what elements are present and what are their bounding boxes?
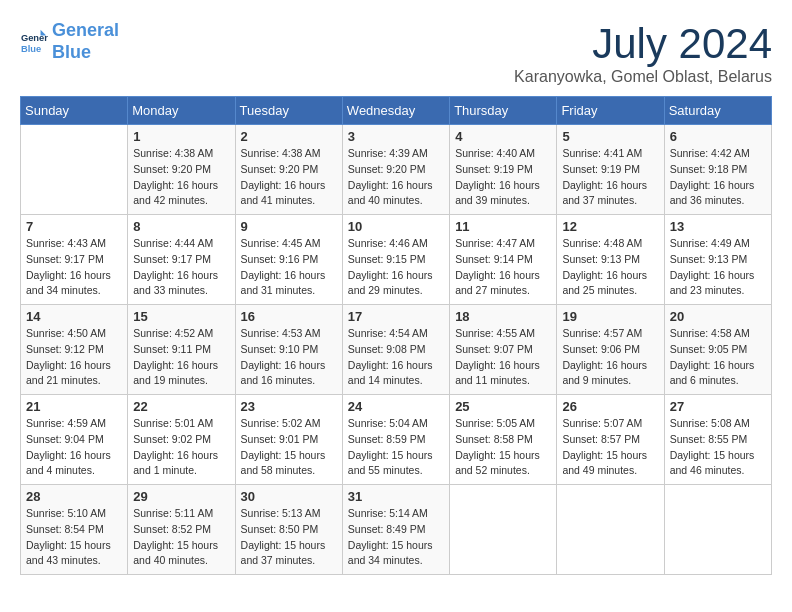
day-info: Sunrise: 4:52 AM Sunset: 9:11 PM Dayligh…	[133, 326, 229, 389]
sunrise-text: Sunrise: 4:58 AM	[670, 327, 750, 339]
sunset-text: Sunset: 9:16 PM	[241, 253, 319, 265]
daylight-text: Daylight: 16 hours and 14 minutes.	[348, 359, 433, 387]
sunset-text: Sunset: 9:05 PM	[670, 343, 748, 355]
day-number: 17	[348, 309, 444, 324]
page-header: General Blue General Blue July 2024 Kara…	[20, 20, 772, 86]
calendar-cell: 15 Sunrise: 4:52 AM Sunset: 9:11 PM Dayl…	[128, 305, 235, 395]
sunset-text: Sunset: 9:14 PM	[455, 253, 533, 265]
weekday-header-tuesday: Tuesday	[235, 97, 342, 125]
daylight-text: Daylight: 16 hours and 9 minutes.	[562, 359, 647, 387]
day-info: Sunrise: 4:48 AM Sunset: 9:13 PM Dayligh…	[562, 236, 658, 299]
sunset-text: Sunset: 9:20 PM	[133, 163, 211, 175]
sunrise-text: Sunrise: 5:14 AM	[348, 507, 428, 519]
daylight-text: Daylight: 16 hours and 39 minutes.	[455, 179, 540, 207]
day-number: 18	[455, 309, 551, 324]
calendar-cell: 8 Sunrise: 4:44 AM Sunset: 9:17 PM Dayli…	[128, 215, 235, 305]
sunrise-text: Sunrise: 4:39 AM	[348, 147, 428, 159]
daylight-text: Daylight: 16 hours and 31 minutes.	[241, 269, 326, 297]
weekday-header-saturday: Saturday	[664, 97, 771, 125]
day-info: Sunrise: 5:11 AM Sunset: 8:52 PM Dayligh…	[133, 506, 229, 569]
calendar-cell: 26 Sunrise: 5:07 AM Sunset: 8:57 PM Dayl…	[557, 395, 664, 485]
sunrise-text: Sunrise: 4:54 AM	[348, 327, 428, 339]
day-info: Sunrise: 4:54 AM Sunset: 9:08 PM Dayligh…	[348, 326, 444, 389]
day-info: Sunrise: 5:04 AM Sunset: 8:59 PM Dayligh…	[348, 416, 444, 479]
day-number: 22	[133, 399, 229, 414]
sunset-text: Sunset: 8:59 PM	[348, 433, 426, 445]
sunset-text: Sunset: 9:06 PM	[562, 343, 640, 355]
calendar-cell: 20 Sunrise: 4:58 AM Sunset: 9:05 PM Dayl…	[664, 305, 771, 395]
day-info: Sunrise: 4:42 AM Sunset: 9:18 PM Dayligh…	[670, 146, 766, 209]
day-number: 5	[562, 129, 658, 144]
sunset-text: Sunset: 9:20 PM	[241, 163, 319, 175]
calendar-cell	[664, 485, 771, 575]
calendar-cell: 14 Sunrise: 4:50 AM Sunset: 9:12 PM Dayl…	[21, 305, 128, 395]
sunrise-text: Sunrise: 4:47 AM	[455, 237, 535, 249]
calendar-cell: 11 Sunrise: 4:47 AM Sunset: 9:14 PM Dayl…	[450, 215, 557, 305]
week-row-3: 14 Sunrise: 4:50 AM Sunset: 9:12 PM Dayl…	[21, 305, 772, 395]
svg-text:Blue: Blue	[21, 44, 41, 54]
daylight-text: Daylight: 15 hours and 37 minutes.	[241, 539, 326, 567]
day-number: 28	[26, 489, 122, 504]
day-info: Sunrise: 4:38 AM Sunset: 9:20 PM Dayligh…	[133, 146, 229, 209]
calendar-table: SundayMondayTuesdayWednesdayThursdayFrid…	[20, 96, 772, 575]
week-row-4: 21 Sunrise: 4:59 AM Sunset: 9:04 PM Dayl…	[21, 395, 772, 485]
day-number: 23	[241, 399, 337, 414]
sunrise-text: Sunrise: 4:38 AM	[133, 147, 213, 159]
calendar-cell: 9 Sunrise: 4:45 AM Sunset: 9:16 PM Dayli…	[235, 215, 342, 305]
sunrise-text: Sunrise: 4:49 AM	[670, 237, 750, 249]
day-info: Sunrise: 4:46 AM Sunset: 9:15 PM Dayligh…	[348, 236, 444, 299]
sunset-text: Sunset: 8:54 PM	[26, 523, 104, 535]
daylight-text: Daylight: 15 hours and 34 minutes.	[348, 539, 433, 567]
daylight-text: Daylight: 16 hours and 6 minutes.	[670, 359, 755, 387]
day-number: 13	[670, 219, 766, 234]
sunrise-text: Sunrise: 4:45 AM	[241, 237, 321, 249]
sunrise-text: Sunrise: 4:38 AM	[241, 147, 321, 159]
day-number: 30	[241, 489, 337, 504]
day-number: 4	[455, 129, 551, 144]
sunrise-text: Sunrise: 4:43 AM	[26, 237, 106, 249]
daylight-text: Daylight: 16 hours and 33 minutes.	[133, 269, 218, 297]
sunrise-text: Sunrise: 4:40 AM	[455, 147, 535, 159]
daylight-text: Daylight: 16 hours and 19 minutes.	[133, 359, 218, 387]
sunset-text: Sunset: 9:04 PM	[26, 433, 104, 445]
calendar-cell: 10 Sunrise: 4:46 AM Sunset: 9:15 PM Dayl…	[342, 215, 449, 305]
daylight-text: Daylight: 16 hours and 40 minutes.	[348, 179, 433, 207]
sunset-text: Sunset: 9:17 PM	[26, 253, 104, 265]
day-number: 7	[26, 219, 122, 234]
sunrise-text: Sunrise: 4:52 AM	[133, 327, 213, 339]
sunset-text: Sunset: 9:20 PM	[348, 163, 426, 175]
title-block: July 2024 Karanyowka, Gomel Oblast, Bela…	[514, 20, 772, 86]
calendar-cell: 1 Sunrise: 4:38 AM Sunset: 9:20 PM Dayli…	[128, 125, 235, 215]
daylight-text: Daylight: 15 hours and 43 minutes.	[26, 539, 111, 567]
calendar-cell: 21 Sunrise: 4:59 AM Sunset: 9:04 PM Dayl…	[21, 395, 128, 485]
daylight-text: Daylight: 15 hours and 46 minutes.	[670, 449, 755, 477]
day-info: Sunrise: 4:44 AM Sunset: 9:17 PM Dayligh…	[133, 236, 229, 299]
day-info: Sunrise: 4:50 AM Sunset: 9:12 PM Dayligh…	[26, 326, 122, 389]
calendar-cell: 7 Sunrise: 4:43 AM Sunset: 9:17 PM Dayli…	[21, 215, 128, 305]
daylight-text: Daylight: 16 hours and 36 minutes.	[670, 179, 755, 207]
day-info: Sunrise: 4:41 AM Sunset: 9:19 PM Dayligh…	[562, 146, 658, 209]
sunset-text: Sunset: 9:08 PM	[348, 343, 426, 355]
daylight-text: Daylight: 16 hours and 4 minutes.	[26, 449, 111, 477]
calendar-cell: 28 Sunrise: 5:10 AM Sunset: 8:54 PM Dayl…	[21, 485, 128, 575]
sunset-text: Sunset: 8:49 PM	[348, 523, 426, 535]
day-number: 20	[670, 309, 766, 324]
sunset-text: Sunset: 8:50 PM	[241, 523, 319, 535]
calendar-cell: 30 Sunrise: 5:13 AM Sunset: 8:50 PM Dayl…	[235, 485, 342, 575]
sunset-text: Sunset: 9:07 PM	[455, 343, 533, 355]
day-info: Sunrise: 4:58 AM Sunset: 9:05 PM Dayligh…	[670, 326, 766, 389]
sunset-text: Sunset: 8:52 PM	[133, 523, 211, 535]
daylight-text: Daylight: 16 hours and 42 minutes.	[133, 179, 218, 207]
day-info: Sunrise: 5:07 AM Sunset: 8:57 PM Dayligh…	[562, 416, 658, 479]
day-info: Sunrise: 5:05 AM Sunset: 8:58 PM Dayligh…	[455, 416, 551, 479]
calendar-cell: 25 Sunrise: 5:05 AM Sunset: 8:58 PM Dayl…	[450, 395, 557, 485]
day-info: Sunrise: 5:02 AM Sunset: 9:01 PM Dayligh…	[241, 416, 337, 479]
location-subtitle: Karanyowka, Gomel Oblast, Belarus	[514, 68, 772, 86]
sunset-text: Sunset: 8:57 PM	[562, 433, 640, 445]
sunrise-text: Sunrise: 5:05 AM	[455, 417, 535, 429]
daylight-text: Daylight: 16 hours and 29 minutes.	[348, 269, 433, 297]
calendar-cell: 4 Sunrise: 4:40 AM Sunset: 9:19 PM Dayli…	[450, 125, 557, 215]
day-info: Sunrise: 4:53 AM Sunset: 9:10 PM Dayligh…	[241, 326, 337, 389]
sunrise-text: Sunrise: 5:01 AM	[133, 417, 213, 429]
logo-icon: General Blue	[20, 28, 48, 56]
